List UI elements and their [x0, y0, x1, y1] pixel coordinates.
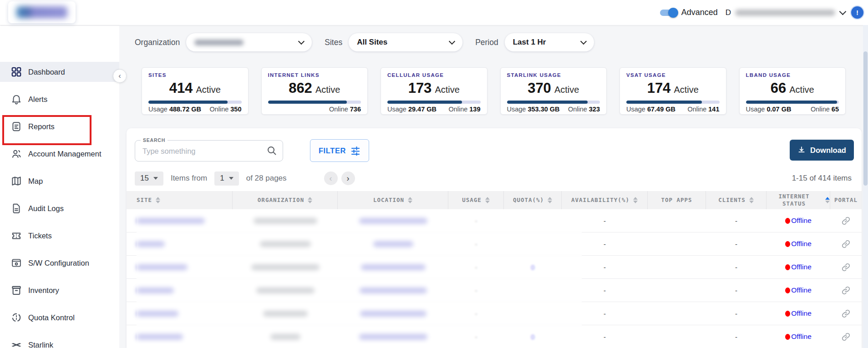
stat-card-online: Online350 — [209, 106, 241, 113]
cell-location[interactable] — [338, 209, 448, 232]
link-icon[interactable] — [841, 239, 851, 249]
organization-select[interactable] — [186, 33, 312, 51]
period-select[interactable]: Last 1 Hr — [505, 33, 594, 51]
cell-location[interactable] — [338, 232, 448, 255]
sites-select[interactable]: All Sites — [349, 33, 462, 51]
column-header-label: LOCATION — [373, 197, 404, 204]
column-header-organization[interactable]: ORGANIZATION — [233, 191, 338, 209]
status-link[interactable]: Offline — [791, 309, 812, 318]
stat-card-active-word: Active — [196, 85, 220, 95]
cell-site[interactable] — [127, 232, 233, 255]
sort-arrows-icon[interactable] — [408, 197, 412, 203]
sort-arrows-icon[interactable] — [156, 197, 160, 203]
status-link[interactable]: Offline — [791, 286, 812, 294]
sort-arrows-icon[interactable] — [749, 197, 754, 203]
advanced-toggle[interactable] — [660, 10, 676, 16]
sidebar-item-account-management[interactable]: Account Management — [0, 144, 119, 164]
sort-arrows-icon[interactable] — [308, 197, 312, 203]
cell-site[interactable] — [127, 209, 233, 232]
sort-arrows-icon[interactable] — [548, 197, 552, 203]
column-header-site[interactable]: SITE — [127, 191, 233, 209]
organization-text-redacted — [263, 311, 308, 317]
column-header-label: AVAILABILITY(%) — [571, 197, 629, 204]
sidebar-item-starlink[interactable]: Starlink — [0, 335, 119, 348]
sidebar-collapse-button[interactable]: ‹ — [113, 69, 127, 83]
link-icon[interactable] — [841, 262, 851, 272]
cell-portal[interactable] — [830, 279, 862, 302]
cell-site[interactable] — [127, 325, 233, 348]
cell-portal[interactable] — [830, 232, 862, 255]
stat-card-vsat-usage: VSAT USAGE174ActiveUsage67.49 GBOnline14… — [619, 67, 726, 115]
stat-card-progress-bar — [268, 101, 361, 104]
sidebar-item-s-w-configuration[interactable]: S/W Configuration — [0, 253, 119, 273]
table-row: ---Offline — [127, 302, 862, 325]
table-body: ---Offline---Offline-0--Offline---Offlin… — [127, 209, 862, 348]
sidebar-item-reports[interactable]: Reports — [0, 116, 119, 136]
sidebar-item-tickets[interactable]: Tickets — [0, 226, 119, 246]
next-page-button[interactable]: › — [341, 171, 355, 185]
page-size-select[interactable]: 15 — [135, 171, 163, 186]
chevron-down-icon[interactable] — [839, 8, 847, 15]
page-select[interactable]: 1 — [214, 171, 239, 186]
cell-quota[interactable]: 0 — [504, 256, 562, 278]
stat-card-active-word: Active — [554, 85, 579, 95]
cell-availability: - — [562, 232, 648, 255]
cell-location[interactable] — [338, 256, 448, 278]
items-range-label: 1-15 of 414 items — [792, 174, 852, 183]
link-icon[interactable] — [841, 332, 851, 342]
column-header-internet-status[interactable]: INTERNET STATUS — [766, 191, 830, 209]
sidebar-item-alerts[interactable]: Alerts — [0, 89, 119, 109]
sort-arrows-icon[interactable] — [633, 197, 638, 203]
sidebar-item-audit-logs[interactable]: Audit Logs — [0, 198, 119, 218]
status-link[interactable]: Offline — [791, 240, 812, 248]
column-header-quota-[interactable]: QUOTA(%) — [504, 191, 562, 209]
cell-location[interactable] — [338, 325, 448, 348]
sidebar-item-quota-kontrol[interactable]: Quota Kontrol — [0, 308, 119, 328]
sort-arrows-icon[interactable] — [485, 197, 490, 203]
app-root: Advanced D ! DashboardAlertsReportsAccou… — [0, 0, 868, 348]
status-link[interactable]: Offline — [791, 217, 812, 225]
cell-top-apps — [648, 302, 706, 325]
app-logo[interactable] — [8, 1, 76, 23]
search-input[interactable] — [142, 141, 257, 162]
status-link[interactable]: Offline — [791, 333, 812, 341]
cell-site[interactable] — [127, 256, 233, 278]
column-header-location[interactable]: LOCATION — [338, 191, 448, 209]
sidebar-item-dashboard[interactable]: Dashboard — [0, 62, 119, 82]
cell-portal[interactable] — [830, 302, 862, 325]
scrollbar-thumb[interactable] — [863, 51, 868, 186]
column-header-availability-[interactable]: AVAILABILITY(%) — [562, 191, 648, 209]
stat-card-usage: Usage488.72 GB — [148, 106, 201, 113]
stat-card-progress-bar — [387, 101, 481, 104]
download-button[interactable]: Download — [790, 140, 854, 161]
sidebar-item-inventory[interactable]: Inventory — [0, 280, 119, 300]
sidebar-item-map[interactable]: Map — [0, 171, 119, 191]
link-icon[interactable] — [841, 216, 851, 226]
cell-quota — [504, 232, 562, 255]
sort-arrows-icon[interactable] — [825, 197, 830, 203]
cell-quota — [504, 279, 562, 302]
filter-button[interactable]: FILTER — [310, 139, 369, 162]
vertical-scrollbar[interactable] — [863, 25, 868, 348]
cell-location[interactable] — [338, 302, 448, 325]
link-icon[interactable] — [841, 309, 851, 318]
cell-portal[interactable] — [830, 209, 862, 232]
location-link-redacted — [359, 218, 427, 224]
link-icon[interactable] — [841, 286, 851, 295]
site-link-redacted — [137, 241, 165, 247]
column-header-usage[interactable]: USAGE — [448, 191, 504, 209]
cell-portal[interactable] — [830, 325, 862, 348]
search-icon[interactable] — [266, 145, 277, 156]
cell-site[interactable] — [127, 279, 233, 302]
search-field: SEARCH — [135, 140, 283, 161]
cell-internet-status: Offline — [766, 209, 830, 232]
status-link[interactable]: Offline — [791, 263, 812, 271]
cell-portal[interactable] — [830, 256, 862, 278]
column-header-clients[interactable]: CLIENTS — [706, 191, 766, 209]
stat-card-cellular-usage: CELLULAR USAGE173ActiveUsage29.47 GBOnli… — [381, 67, 487, 115]
cell-location[interactable] — [338, 279, 448, 302]
cell-quota[interactable]: 0 — [504, 325, 562, 348]
cell-site[interactable] — [127, 302, 233, 325]
alert-badge-icon[interactable]: ! — [851, 6, 863, 19]
prev-page-button[interactable]: ‹ — [324, 171, 338, 185]
